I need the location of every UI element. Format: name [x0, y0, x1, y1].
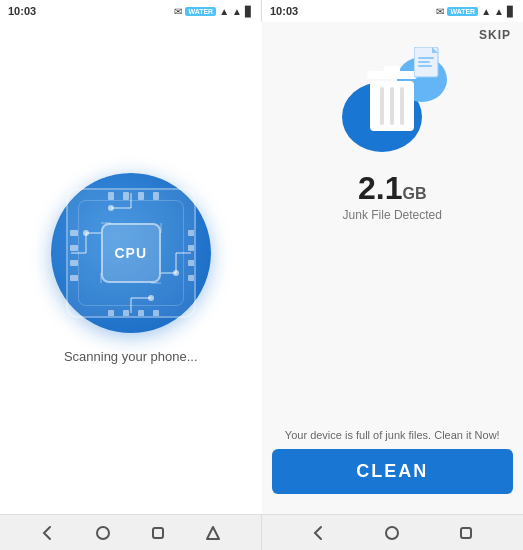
nav-recent-left[interactable]: [148, 523, 168, 543]
svg-rect-20: [138, 192, 144, 200]
wifi-icon: ▲: [232, 6, 242, 17]
status-icons-right: ✉ WATER ▲ ▲ ▊: [436, 6, 515, 17]
nav-recent-right[interactable]: [456, 523, 476, 543]
cpu-circle: CPU: [51, 173, 211, 333]
svg-marker-47: [207, 527, 219, 539]
svg-rect-37: [418, 61, 430, 63]
svg-rect-30: [188, 230, 194, 236]
svg-rect-24: [138, 310, 144, 316]
nav-bars: [0, 514, 523, 550]
skip-button[interactable]: SKIP: [479, 28, 511, 42]
svg-rect-32: [188, 260, 194, 266]
junk-size-value: 2.1: [358, 170, 402, 206]
cpu-circuit-board: CPU: [66, 188, 196, 318]
status-bar-right: 10:03 ✉ WATER ▲ ▲ ▊: [262, 0, 523, 22]
svg-rect-40: [384, 66, 400, 73]
svg-rect-36: [418, 57, 434, 59]
svg-rect-42: [380, 87, 384, 125]
junk-size-unit: GB: [402, 185, 426, 202]
svg-rect-19: [123, 192, 129, 200]
svg-rect-25: [153, 310, 159, 316]
cpu-panel: CPU: [0, 22, 262, 514]
time-right: 10:03: [270, 5, 298, 17]
svg-rect-44: [400, 87, 404, 125]
trash-area: [332, 42, 452, 162]
battery-icon-r: ▊: [507, 6, 515, 17]
status-bars: 10:03 ✉ WATER ▲ ▲ ▊ 10:03 ✉ WATER ▲ ▲ ▊: [0, 0, 523, 22]
svg-rect-43: [390, 87, 394, 125]
svg-rect-26: [70, 230, 78, 236]
wifi-icon-r: ▲: [494, 6, 504, 17]
svg-rect-33: [188, 275, 194, 281]
time-left: 10:03: [8, 5, 36, 17]
nav-back-right[interactable]: [309, 523, 329, 543]
clean-button[interactable]: CLEAN: [272, 449, 514, 494]
junk-panel: SKIP: [262, 22, 524, 514]
junk-warning-text: Your device is full of junk files. Clean…: [272, 429, 514, 441]
svg-rect-22: [108, 310, 114, 316]
svg-point-48: [386, 527, 398, 539]
nav-menu-left[interactable]: [203, 523, 223, 543]
svg-rect-31: [188, 245, 194, 251]
nav-home-right[interactable]: [382, 523, 402, 543]
junk-size-display: 2.1GB: [358, 172, 426, 204]
nav-back-left[interactable]: [38, 523, 58, 543]
svg-rect-23: [123, 310, 129, 316]
svg-rect-49: [461, 528, 471, 538]
svg-rect-46: [153, 528, 163, 538]
main-split: CPU: [0, 22, 523, 514]
status-icons-left: ✉ WATER ▲ ▲ ▊: [174, 6, 253, 17]
signal-icon-r: ▲: [481, 6, 491, 17]
svg-rect-38: [418, 65, 432, 67]
signal-icon: ▲: [219, 6, 229, 17]
svg-rect-27: [70, 245, 78, 251]
svg-rect-28: [70, 260, 78, 266]
nav-bar-right: [262, 514, 523, 550]
scanning-text: Scanning your phone...: [64, 349, 198, 364]
nav-home-left[interactable]: [93, 523, 113, 543]
battery-icon: ▊: [245, 6, 253, 17]
document-icon: [414, 47, 444, 87]
svg-point-45: [97, 527, 109, 539]
water-badge-left: WATER: [185, 7, 216, 16]
nav-bar-left: [0, 514, 261, 550]
water-badge-right: WATER: [447, 7, 478, 16]
svg-rect-29: [70, 275, 78, 281]
message-icon-r: ✉: [436, 6, 444, 17]
status-bar-left: 10:03 ✉ WATER ▲ ▲ ▊: [0, 0, 261, 22]
trash-icon: [362, 63, 422, 142]
message-icon: ✉: [174, 6, 182, 17]
cpu-pins: [68, 190, 194, 316]
svg-rect-21: [153, 192, 159, 200]
junk-detected-label: Junk File Detected: [343, 208, 442, 222]
svg-rect-18: [108, 192, 114, 200]
